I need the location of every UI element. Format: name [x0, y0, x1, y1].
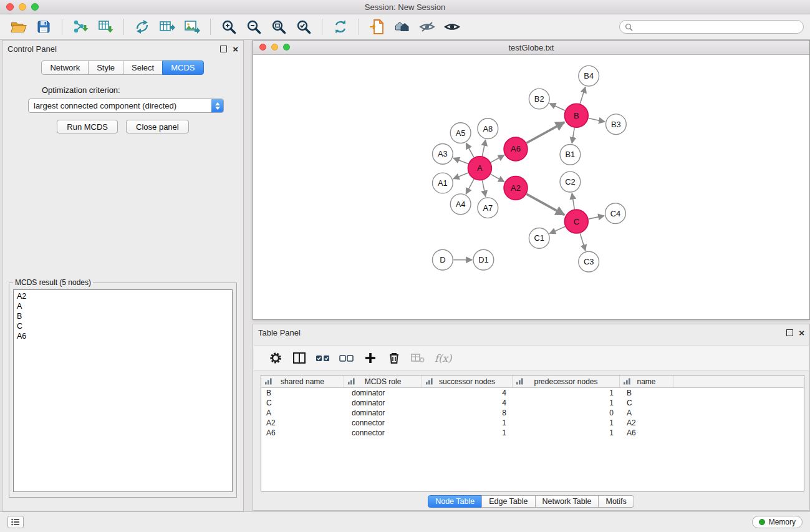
close-panel-button[interactable]: Close panel — [126, 120, 189, 133]
graph-node-C1[interactable]: C1 — [529, 228, 549, 249]
import-network-button[interactable] — [69, 17, 92, 37]
graph-edge-A-A3[interactable] — [453, 158, 468, 163]
optimization-criterion-dropdown[interactable]: largest connected component (directed) — [28, 99, 224, 113]
open-session-button[interactable] — [7, 17, 30, 37]
minimize-window-icon[interactable] — [19, 3, 26, 11]
graph-edge-A-A8[interactable] — [482, 140, 485, 156]
graph-edge-A-A5[interactable] — [466, 143, 474, 157]
mcds-result-list[interactable]: A2ABCA6 — [13, 289, 233, 492]
graph-node-B1[interactable]: B1 — [560, 144, 581, 165]
table-row[interactable]: A6connector11A6 — [261, 428, 804, 438]
mcds-result-item[interactable]: A — [14, 301, 232, 311]
hide-details-button[interactable] — [416, 17, 438, 37]
memory-button[interactable]: Memory — [752, 516, 803, 528]
graph-node-B2[interactable]: B2 — [529, 89, 549, 109]
tab-network-table[interactable]: Network Table — [535, 495, 599, 508]
show-details-button[interactable] — [441, 17, 463, 37]
column-header-successor-nodes[interactable]: successor nodes — [422, 375, 513, 387]
search-field[interactable] — [619, 20, 804, 34]
graph-edge-A-A2[interactable] — [491, 174, 504, 181]
table-row[interactable]: A2connector11A2 — [261, 418, 804, 428]
zoom-fit-button[interactable] — [268, 17, 290, 37]
close-panel-icon[interactable]: × — [233, 46, 238, 52]
search-input[interactable] — [636, 22, 798, 32]
graph-node-D[interactable]: D — [432, 249, 453, 270]
graph-edge-C-C3[interactable] — [580, 233, 586, 251]
table-settings-button[interactable] — [265, 349, 286, 367]
graph-edge-C-C1[interactable] — [550, 226, 566, 233]
add-row-button[interactable] — [360, 349, 381, 367]
graph-node-C3[interactable]: C3 — [579, 251, 599, 272]
graph-node-A5[interactable]: A5 — [450, 123, 471, 143]
graph-node-A7[interactable]: A7 — [478, 198, 498, 218]
graph-node-A6[interactable]: A6 — [504, 137, 528, 161]
minimize-network-icon[interactable] — [271, 44, 278, 51]
graph-node-C2[interactable]: C2 — [560, 172, 581, 192]
graph-edge-C-C4[interactable] — [589, 216, 604, 219]
table-row[interactable]: Cdominator41C — [261, 398, 804, 408]
close-table-panel-icon[interactable]: × — [799, 330, 804, 336]
mcds-result-item[interactable]: A6 — [14, 331, 232, 341]
table-row[interactable]: Adominator80A — [261, 408, 804, 418]
graph-edge-A6-B[interactable] — [526, 122, 564, 143]
select-all-button[interactable] — [312, 349, 334, 367]
refresh-layout-button[interactable] — [329, 17, 352, 37]
delete-row-button[interactable] — [383, 349, 405, 367]
delete-table-button[interactable] — [407, 349, 428, 367]
mcds-result-item[interactable]: A2 — [14, 291, 232, 301]
tab-motifs[interactable]: Motifs — [598, 495, 634, 508]
graph-edge-B-B3[interactable] — [589, 118, 605, 122]
tab-edge-table[interactable]: Edge Table — [481, 495, 535, 508]
graph-edge-A-A7[interactable] — [482, 180, 485, 196]
home-networks-button[interactable] — [391, 17, 413, 37]
table-row[interactable]: Bdominator41B — [261, 388, 804, 398]
tab-node-table[interactable]: Node Table — [428, 495, 482, 508]
close-network-icon[interactable] — [259, 44, 266, 51]
graph-node-A4[interactable]: A4 — [450, 194, 471, 215]
show-columns-button[interactable] — [289, 349, 310, 367]
mcds-result-item[interactable]: B — [14, 311, 232, 321]
graph-node-B4[interactable]: B4 — [579, 65, 599, 86]
graph-node-C[interactable]: C — [564, 210, 588, 233]
graph-edge-A-A6[interactable] — [491, 155, 504, 163]
column-header-predecessor-nodes[interactable]: predecessor nodes — [513, 375, 620, 387]
graph-node-B[interactable]: B — [564, 104, 588, 127]
new-network-button[interactable] — [131, 17, 153, 37]
open-document-button[interactable] — [366, 17, 388, 37]
graph-node-A[interactable]: A — [468, 157, 492, 180]
zoom-window-icon[interactable] — [31, 3, 39, 11]
task-history-button[interactable] — [7, 516, 24, 528]
column-header-name[interactable]: name — [620, 375, 673, 387]
tab-mcds[interactable]: MCDS — [162, 60, 203, 75]
graph-node-A1[interactable]: A1 — [432, 173, 453, 193]
tab-network[interactable]: Network — [41, 60, 89, 75]
save-session-button[interactable] — [32, 17, 55, 37]
graph-node-A2[interactable]: A2 — [504, 177, 528, 200]
tab-select[interactable]: Select — [123, 60, 163, 75]
graph-edge-C-C2[interactable] — [572, 193, 574, 210]
zoom-network-icon[interactable] — [283, 44, 290, 51]
network-canvas[interactable]: B4B2BB3A5A8A6B1A3AC2A1A2A4A7C4CC1C3DD1 — [254, 55, 809, 319]
graph-edge-A-A1[interactable] — [453, 173, 468, 179]
column-header-mcds-role[interactable]: MCDS role — [344, 375, 422, 387]
import-table-button[interactable] — [94, 17, 117, 37]
new-table-button[interactable] — [156, 17, 178, 37]
zoom-out-button[interactable] — [243, 17, 265, 37]
run-mcds-button[interactable]: Run MCDS — [57, 120, 118, 133]
graph-node-A8[interactable]: A8 — [478, 118, 498, 139]
function-builder-button[interactable]: f(x) — [435, 352, 451, 364]
graph-node-C4[interactable]: C4 — [605, 203, 626, 224]
graph-edge-A2-C[interactable] — [526, 194, 564, 215]
mcds-result-item[interactable]: C — [14, 321, 232, 331]
graph-node-D1[interactable]: D1 — [473, 249, 494, 270]
float-panel-icon[interactable] — [220, 46, 227, 52]
deselect-all-button[interactable] — [336, 349, 357, 367]
export-image-button[interactable] — [181, 17, 203, 37]
graph-edge-B-B1[interactable] — [572, 128, 574, 143]
graph-node-B3[interactable]: B3 — [605, 114, 626, 135]
graph-edge-B-B2[interactable] — [550, 104, 566, 110]
zoom-in-button[interactable] — [218, 17, 240, 37]
network-window-titlebar[interactable]: testGlobe.txt — [253, 41, 809, 55]
zoom-selected-button[interactable] — [292, 17, 315, 37]
graph-edge-A-A4[interactable] — [466, 179, 474, 194]
